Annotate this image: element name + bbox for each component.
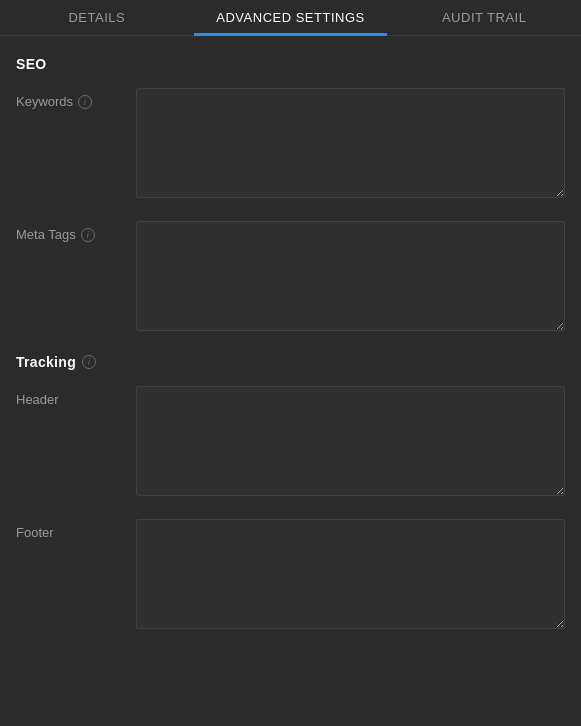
tab-details[interactable]: DETAILS (0, 0, 194, 35)
tracking-footer-label: Footer (16, 519, 136, 540)
tracking-footer-textarea[interactable] (136, 519, 565, 629)
tracking-info-icon[interactable]: i (82, 355, 96, 369)
tracking-section-title: Tracking (16, 354, 76, 370)
meta-tags-label-text: Meta Tags (16, 227, 76, 242)
meta-tags-label: Meta Tags i (16, 221, 136, 242)
keywords-info-icon[interactable]: i (78, 95, 92, 109)
seo-section-title: SEO (16, 56, 565, 72)
tracking-footer-field-row: Footer (16, 519, 565, 632)
tracking-footer-label-text: Footer (16, 525, 54, 540)
tab-advanced-settings[interactable]: ADVANCED SETTINGS (194, 0, 388, 35)
keywords-textarea[interactable] (136, 88, 565, 198)
keywords-label: Keywords i (16, 88, 136, 109)
meta-tags-field-row: Meta Tags i (16, 221, 565, 334)
tracking-header-label-text: Header (16, 392, 59, 407)
meta-tags-input-wrapper (136, 221, 565, 334)
seo-section: SEO Keywords i Meta Tags i (16, 56, 565, 334)
tab-details-label: DETAILS (68, 10, 125, 25)
tracking-section-header: Tracking i (16, 354, 565, 370)
tracking-header-field-row: Header (16, 386, 565, 499)
tracking-section: Tracking i Header Footer (16, 354, 565, 632)
keywords-label-text: Keywords (16, 94, 73, 109)
meta-tags-textarea[interactable] (136, 221, 565, 331)
main-content: SEO Keywords i Meta Tags i Tracking (0, 36, 581, 672)
tab-advanced-settings-label: ADVANCED SETTINGS (216, 10, 364, 25)
tab-audit-trail-label: AUDIT TRAIL (442, 10, 526, 25)
tracking-header-input-wrapper (136, 386, 565, 499)
keywords-input-wrapper (136, 88, 565, 201)
tracking-header-textarea[interactable] (136, 386, 565, 496)
tab-audit-trail[interactable]: AUDIT TRAIL (387, 0, 581, 35)
keywords-field-row: Keywords i (16, 88, 565, 201)
tracking-header-label: Header (16, 386, 136, 407)
tracking-footer-input-wrapper (136, 519, 565, 632)
tab-bar: DETAILS ADVANCED SETTINGS AUDIT TRAIL (0, 0, 581, 36)
meta-tags-info-icon[interactable]: i (81, 228, 95, 242)
